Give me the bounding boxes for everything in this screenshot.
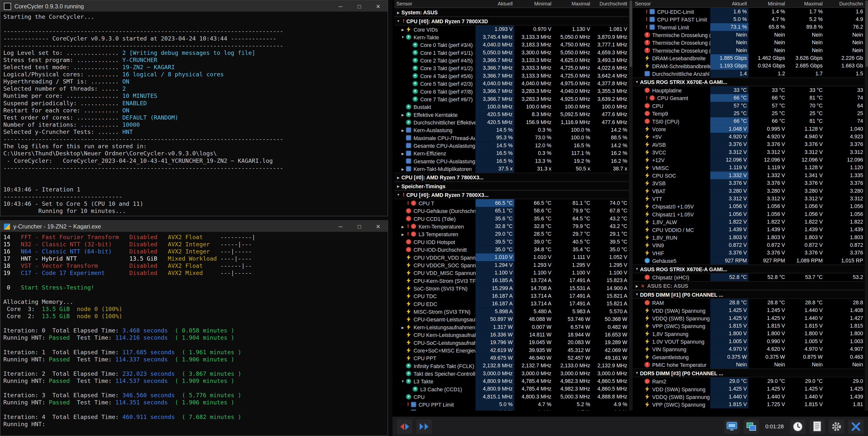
sensor-row[interactable]: Takt des Speicher-Controllers (...3,000.… [394,370,629,377]
sensor-row[interactable]: Durchschnittliche Anzahl aktive...1.41.2… [633,70,865,77]
sensor-row[interactable]: ▶!L3 Temperaturen29.0 °C28.5 °C29.7 °C29… [394,230,629,238]
column-header-aktuell[interactable]: Aktuell [710,1,749,6]
sensor-row[interactable]: MISC-Strom (SVI3 TFN)5.898 A5.480 A5.983… [394,307,629,315]
clock-button[interactable] [790,419,805,434]
expand-icon[interactable]: ▶ [395,175,401,179]
expand-icon[interactable]: ▶ [400,224,406,228]
sensor-row[interactable]: VMISC1.119 V1.119 V1.128 V1.120 [633,164,865,171]
sensor-row[interactable]: +5V4.920 V4.920 V4.940 V4.923 [633,133,865,140]
column-header-sensor[interactable]: Sensor [394,1,475,6]
collapse-icon[interactable]: ▼ [395,19,401,23]
reset-minmax-button[interactable] [397,419,412,434]
sensor-row[interactable]: Maximale CPU-/Thread-Auslast...95.3 %73.… [394,134,629,141]
sensor-row[interactable]: Core+SoC+MISC Energieverbr...42.619 W39.… [394,346,629,354]
sensor-row[interactable]: VPP (SWC) Spannung1.815 V1.815 V1.815 V1… [633,322,865,330]
sensor-row[interactable]: RAM28.8 °C28.8 °C28.8 °C28.8 [633,299,865,307]
sensor-row[interactable]: Infinity Fabric Takt (FCLK)2,132.8 MHz2,… [394,362,629,370]
sensor-section[interactable]: ▼!CPU [#0]: AMD Ryzen 7 7800X3D [394,16,629,26]
scrollbar-thumb[interactable] [865,0,868,67]
sensor-section[interactable]: ▼ASUS ROG STRIX X670E-A GAMI... [633,265,865,273]
ycruncher-output[interactable]: 14 FFT - Fast Fourier Transform Disabled… [0,232,388,436]
sensor-row[interactable]: CPU57 °C57 °C70 °C64 [633,102,865,109]
sensor-row[interactable]: VPP (SWC) Spannung1.815 V1.725 V1.815 V1… [633,401,865,408]
sensor-row[interactable]: ▶Kern-Auslastung14.5 %0.3 %100.0 %14.2 % [394,126,629,134]
close-button[interactable] [369,221,388,232]
sensor-row[interactable]: Core 0 Takt (perf #3/4)4,040.0 MHz3,183.… [394,41,629,49]
column-header-minimal[interactable]: Minimal [514,1,553,6]
sensor-row[interactable]: Ram229.0 °C29.0 °C29.0 °C29.0 [633,377,865,385]
sensor-row[interactable]: Core 5 Takt (perf #2/3)4,040.0 MHz4,040.… [394,80,629,88]
sensor-section[interactable]: ▼ASUS ROG STRIX X670E-A GAMI... [633,77,865,87]
sensor-row[interactable]: Chipsatz0 +1.05V1.056 V1.056 V1.056 V1.0… [633,203,865,210]
sensor-row[interactable]: Core 4 Takt (perf #5/6)3,366.7 MHz3,133.… [394,72,629,79]
expand-icon[interactable]: ▶ [400,167,406,171]
sensor-section[interactable]: ▼DDR5 DIMM [#1] (P0 CHANNEL ... [633,290,865,299]
sensor-row[interactable]: CPU Kern-Leistungsaufnahme (...16.336 W1… [394,331,629,339]
sensor-row[interactable]: VIN Spannung4.970 V4.620 V4.970 V4.907 [633,345,865,353]
column-header-minimal[interactable]: Minimal [748,1,787,6]
column-header-durchschn[interactable]: Durchschn [824,1,865,6]
maximize-button[interactable] [350,221,369,232]
sensor-row[interactable]: 3VCC3.312 V3.312 V3.312 V3.312 [633,148,865,156]
sensor-row[interactable]: ▼Kern-Takte3,745.4 MHz3,133.3 MHz5,050.0… [394,33,629,41]
sensor-section[interactable]: ▶System: ASUS [394,8,629,16]
sensor-row[interactable]: Temp925 °C25 °C25 °C25 [633,110,865,118]
expand-icon[interactable]: ▶ [395,184,401,188]
sensor-row[interactable]: CPU-Gehäuse (Durchschnitt)65.1 °C58.6 °C… [394,207,629,215]
sensor-row[interactable]: DRAM-Schreibbandbreite1.193 Gbps0.924 Gb… [633,62,865,70]
sensor-row[interactable]: !Thermische Drosselung (PROC...NeinNeinN… [633,39,865,46]
sensor-row[interactable]: VIN90.872 V0.872 V0.872 V0.872 [633,241,865,249]
sensor-row[interactable]: Bustakt100.0 MHz100.0 MHz100.0 MHz100.0 … [394,103,629,111]
sensor-row[interactable]: !CPU Gesamt66 °C66 °C81 °C74 [633,94,865,102]
sensor-row[interactable]: TSI0 (CPU)66 °C66 °C81 °C74 [633,118,865,125]
sensor-section[interactable]: ▶CPU [#0]: AMD Ryzen 7 7800X3... [394,173,629,181]
collapse-icon[interactable]: ▼ [634,371,640,374]
expand-icon[interactable]: ▶ [400,325,406,329]
sensor-row[interactable]: VTT3.312 V3.312 V3.312 V3.312 [633,195,865,202]
sensor-row[interactable]: Core 2 Takt (perf #4/5)3,366.7 MHz3,133.… [394,56,629,64]
sensor-row[interactable]: ▶Kern-Effizienz16.5 %0.3 %117.1 %16.2 % [394,149,629,157]
sensor-section[interactable]: ▶×ASUS EC: ASUS [633,281,865,290]
sensor-row[interactable]: VHIF3.376 V3.376 V3.376 V3.376 [633,249,865,257]
sensor-row[interactable]: !CPU-TDC-Limit1.6 %1.4 %1.7 %1.6 % [394,408,629,410]
expand-icon[interactable]: ▶ [400,113,406,116]
sensor-row[interactable]: !Thermische Drosselung (HTC)NeinNeinNein… [633,31,865,38]
sensor-row[interactable]: VBAT3.280 V3.280 V3.280 V3.280 [633,187,865,195]
windows-layout-button[interactable] [743,419,759,434]
minimize-button[interactable] [331,0,350,11]
sensor-row[interactable]: !Thermische Drosselung (PROC...NeinNeinN… [633,46,865,54]
sensor-row[interactable]: CPU TDC16.187 A13.714 A17.491 A15.821 A [394,292,629,300]
sensor-row[interactable]: CPU VDDCR_VDD Spannung (S...1.010 V1.010… [394,254,629,261]
sensor-row[interactable]: CPU-IOD-Durchschnitt35.0 °C34.8 °C35.4 °… [394,246,629,254]
sensor-row[interactable]: +12V12.096 V12.096 V12.096 V12.096 [633,156,865,164]
corecycler-output[interactable]: Starting the CoreCycler... -------------… [0,11,388,216]
sensor-section[interactable]: ▶Speicher-Timings [394,181,629,191]
sensor-row[interactable]: DRAM-Lesebandbreite1.885 Gbps1.462 Gbps3… [633,54,865,62]
sensor-row[interactable]: Chipsatz (xHCI)52.8 °C52.8 °C53.7 °C53.2 [633,273,865,281]
column-header-maximal[interactable]: Maximal [553,1,592,6]
sensor-row[interactable]: Hauptplatine33 °C33 °C33 °C33 [633,86,865,94]
sensor-row[interactable]: CPU VDDIO / MC1.439 V1.439 V1.439 V1.439 [633,226,865,233]
sensor-row[interactable]: Gesamte CPU-Auslastung14.5 %12.0 %16.5 %… [394,141,629,149]
collapse-icon[interactable]: ▼ [634,293,640,296]
sensor-row[interactable]: VDDQ (SWB) Spannung1.425 V1.425 V1.440 V… [633,314,865,322]
sensor-row[interactable]: Durchschnittlicher Effektiver Takt420.5 … [394,118,629,126]
sensor-row[interactable]: CPU SOC1.332 V1.332 V1.341 V1.335 [633,171,865,179]
collapse-icon[interactable]: ▼ [400,35,406,38]
sensor-row[interactable]: Vcore1.048 V0.995 V1.128 V1.040 [633,125,865,133]
sensor-row[interactable]: Gesamtleistung0.375 W0.375 W0.875 W0.463 [633,353,865,361]
sensor-row[interactable]: SoC-Strom (SVI3 TFN)15.299 A14.708 A15.5… [394,284,629,292]
sensor-row[interactable]: AVSB3.376 V3.376 V3.376 V3.376 [633,140,865,148]
settings-button[interactable] [829,419,844,434]
monitor-button[interactable] [724,419,740,434]
sensor-row[interactable]: CPU VDDCR_SOC Spannung (S...1.294 V1.293… [394,261,629,269]
sensor-row[interactable]: ▶Effektive Kerntakte420.5 MHz8.3 MHz5,09… [394,111,629,118]
column-header-maximal[interactable]: Maximal [787,1,824,6]
maximize-button[interactable] [350,0,369,11]
sensor-row[interactable]: !Thermal Limit73.1 %65.8 %89.8 %76.2 [633,23,865,31]
minimize-button[interactable] [331,221,350,232]
sensor-row[interactable]: CPU IOD Hotspot39.5 °C39.0 °C40.5 °C39.5… [394,238,629,245]
column-header-aktuell[interactable]: Aktuell [475,1,514,6]
sensor-section[interactable]: ▼!CPU [#0]: AMD Ryzen 7 7800X3... [394,191,629,199]
sensor-row[interactable]: 1.0V VOUT Spannung1.005 V0.990 V1.005 V1… [633,337,865,345]
